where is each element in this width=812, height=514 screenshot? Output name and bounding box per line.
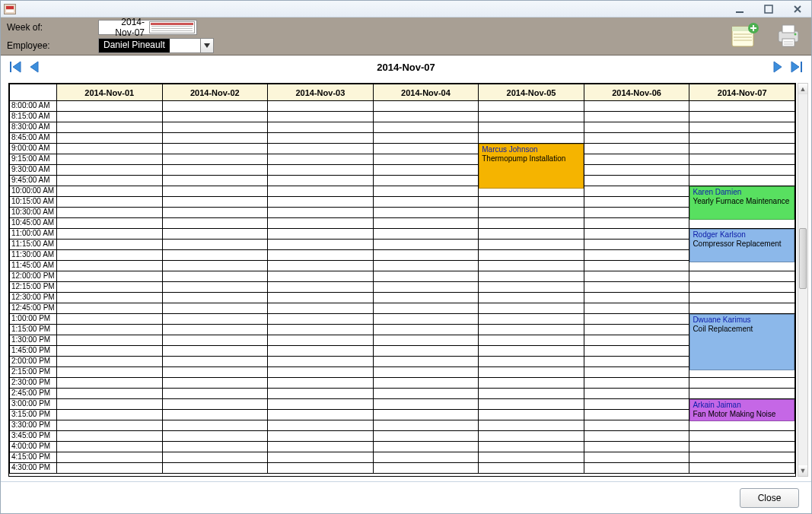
scroll-up-icon[interactable]: ▲ bbox=[798, 84, 807, 94]
calendar-cell[interactable] bbox=[479, 229, 584, 240]
calendar-cell[interactable] bbox=[268, 122, 374, 133]
calendar-cell[interactable] bbox=[268, 452, 374, 463]
calendar-cell[interactable] bbox=[479, 357, 584, 367]
scroll-thumb[interactable] bbox=[799, 228, 807, 289]
calendar-cell[interactable] bbox=[689, 452, 795, 463]
calendar-cell[interactable] bbox=[57, 250, 163, 261]
minimize-button[interactable] bbox=[729, 3, 750, 15]
calendar-cell[interactable] bbox=[479, 452, 584, 463]
calendar-cell[interactable] bbox=[479, 208, 584, 218]
calendar-cell[interactable]: Karen DamienYearly Furnace Maintenance bbox=[689, 186, 795, 197]
calendar-cell[interactable] bbox=[57, 186, 163, 197]
calendar-cell[interactable] bbox=[268, 367, 374, 378]
calendar-cell[interactable] bbox=[162, 378, 268, 389]
calendar-cell[interactable] bbox=[373, 122, 479, 133]
calendar-cell[interactable] bbox=[57, 122, 163, 133]
calendar-cell[interactable] bbox=[57, 218, 163, 229]
calendar-cell[interactable] bbox=[162, 346, 268, 357]
calendar-cell[interactable] bbox=[57, 399, 163, 410]
last-week-button[interactable] bbox=[788, 59, 804, 75]
calendar-cell[interactable] bbox=[584, 410, 689, 420]
calendar-cell[interactable] bbox=[57, 144, 163, 154]
calendar-cell[interactable] bbox=[373, 261, 479, 271]
calendar-cell[interactable] bbox=[584, 378, 689, 389]
calendar-cell[interactable] bbox=[584, 463, 689, 474]
chevron-down-icon[interactable] bbox=[200, 38, 214, 53]
calendar-cell[interactable] bbox=[57, 112, 163, 122]
calendar-cell[interactable] bbox=[268, 133, 374, 144]
calendar-cell[interactable] bbox=[57, 325, 163, 335]
calendar-cell[interactable] bbox=[268, 282, 374, 293]
calendar-cell[interactable] bbox=[57, 357, 163, 367]
calendar-cell[interactable] bbox=[268, 463, 374, 474]
maximize-button[interactable] bbox=[758, 3, 779, 15]
calendar-cell[interactable] bbox=[584, 293, 689, 303]
calendar-cell[interactable] bbox=[373, 271, 479, 282]
calendar-cell[interactable] bbox=[584, 357, 689, 367]
calendar-cell[interactable] bbox=[584, 101, 689, 112]
calendar-cell[interactable] bbox=[268, 101, 374, 112]
calendar-cell[interactable] bbox=[479, 293, 584, 303]
calendar-cell[interactable] bbox=[373, 293, 479, 303]
calendar-cell[interactable] bbox=[162, 431, 268, 442]
calendar-cell[interactable] bbox=[268, 240, 374, 250]
calendar-cell[interactable] bbox=[479, 282, 584, 293]
calendar-cell[interactable] bbox=[57, 240, 163, 250]
calendar-cell[interactable] bbox=[689, 442, 795, 452]
calendar-cell[interactable] bbox=[162, 410, 268, 420]
calendar-cell[interactable] bbox=[584, 186, 689, 197]
calendar-cell[interactable] bbox=[268, 378, 374, 389]
week-of-input[interactable]: 2014-Nov-07 bbox=[98, 20, 197, 35]
calendar-cell[interactable] bbox=[57, 154, 163, 165]
calendar-cell[interactable] bbox=[373, 303, 479, 314]
calendar-cell[interactable] bbox=[268, 261, 374, 271]
calendar-cell[interactable] bbox=[479, 314, 584, 325]
calendar-cell[interactable] bbox=[57, 420, 163, 431]
calendar-cell[interactable] bbox=[584, 420, 689, 431]
calendar-cell[interactable] bbox=[584, 271, 689, 282]
print-button[interactable] bbox=[772, 21, 804, 49]
calendar-cell[interactable] bbox=[268, 208, 374, 218]
calendar-cell[interactable] bbox=[584, 346, 689, 357]
calendar-cell[interactable] bbox=[689, 271, 795, 282]
calendar-cell[interactable] bbox=[268, 399, 374, 410]
calendar-cell[interactable] bbox=[373, 101, 479, 112]
calendar-cell[interactable] bbox=[479, 325, 584, 335]
employee-combo[interactable]: Daniel Pineault bbox=[98, 38, 258, 53]
calendar-grid[interactable]: 2014-Nov-012014-Nov-022014-Nov-032014-No… bbox=[8, 83, 796, 477]
calendar-cell[interactable] bbox=[162, 357, 268, 367]
calendar-cell[interactable] bbox=[162, 335, 268, 346]
calendar-cell[interactable] bbox=[373, 250, 479, 261]
calendar-cell[interactable] bbox=[268, 271, 374, 282]
calendar-cell[interactable] bbox=[479, 346, 584, 357]
calendar-cell[interactable] bbox=[268, 325, 374, 335]
calendar-cell[interactable] bbox=[373, 165, 479, 176]
calendar-cell[interactable] bbox=[689, 282, 795, 293]
calendar-cell[interactable] bbox=[373, 240, 479, 250]
calendar-cell[interactable] bbox=[57, 293, 163, 303]
calendar-cell[interactable] bbox=[689, 112, 795, 122]
calendar-cell[interactable] bbox=[479, 218, 584, 229]
calendar-cell[interactable] bbox=[268, 410, 374, 420]
calendar-cell[interactable] bbox=[584, 442, 689, 452]
close-window-button[interactable] bbox=[787, 3, 808, 15]
calendar-cell[interactable] bbox=[584, 389, 689, 399]
calendar-cell[interactable] bbox=[57, 367, 163, 378]
calendar-cell[interactable] bbox=[584, 335, 689, 346]
calendar-cell[interactable] bbox=[162, 229, 268, 240]
calendar-cell[interactable] bbox=[268, 165, 374, 176]
calendar-cell[interactable] bbox=[689, 101, 795, 112]
calendar-cell[interactable] bbox=[268, 420, 374, 431]
calendar-cell[interactable] bbox=[584, 452, 689, 463]
next-week-button[interactable] bbox=[770, 59, 785, 75]
calendar-cell[interactable] bbox=[479, 122, 584, 133]
calendar-cell[interactable] bbox=[584, 431, 689, 442]
calendar-cell[interactable] bbox=[162, 197, 268, 208]
calendar-cell[interactable] bbox=[268, 357, 374, 367]
calendar-cell[interactable] bbox=[689, 154, 795, 165]
calendar-cell[interactable] bbox=[162, 154, 268, 165]
calendar-cell[interactable] bbox=[373, 431, 479, 442]
calendar-cell[interactable] bbox=[373, 389, 479, 399]
calendar-cell[interactable] bbox=[584, 399, 689, 410]
calendar-cell[interactable] bbox=[162, 303, 268, 314]
